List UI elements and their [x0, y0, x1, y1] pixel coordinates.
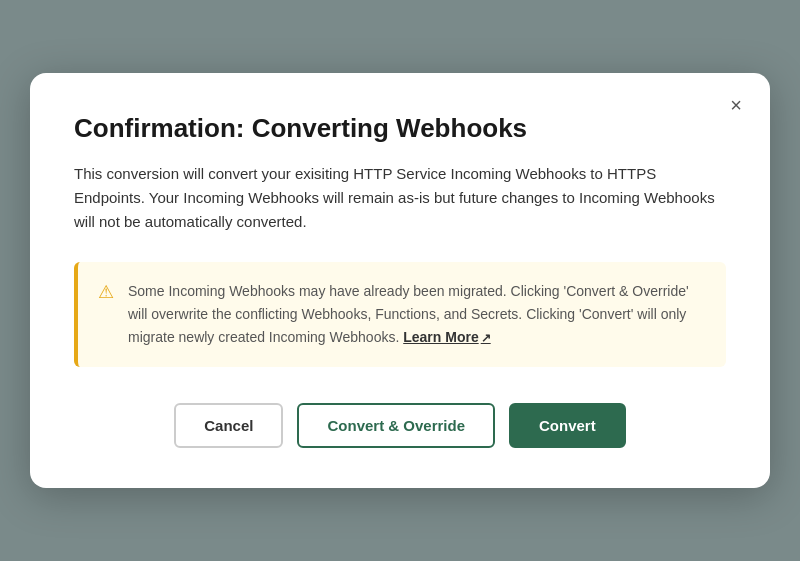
warning-icon: ⚠ — [98, 281, 114, 349]
confirmation-modal: × Confirmation: Converting Webhooks This… — [30, 73, 770, 488]
modal-overlay: × Confirmation: Converting Webhooks This… — [0, 0, 800, 561]
learn-more-label: Learn More — [403, 329, 478, 345]
modal-description: This conversion will convert your exisit… — [74, 162, 726, 234]
convert-button[interactable]: Convert — [509, 403, 626, 448]
external-link-icon: ↗ — [481, 331, 491, 345]
warning-text: Some Incoming Webhooks may have already … — [128, 280, 706, 349]
warning-box: ⚠ Some Incoming Webhooks may have alread… — [74, 262, 726, 367]
close-button[interactable]: × — [724, 91, 748, 119]
learn-more-link[interactable]: Learn More↗ — [403, 329, 490, 345]
modal-actions: Cancel Convert & Override Convert — [74, 403, 726, 448]
cancel-button[interactable]: Cancel — [174, 403, 283, 448]
modal-title: Confirmation: Converting Webhooks — [74, 113, 726, 144]
convert-override-button[interactable]: Convert & Override — [297, 403, 495, 448]
